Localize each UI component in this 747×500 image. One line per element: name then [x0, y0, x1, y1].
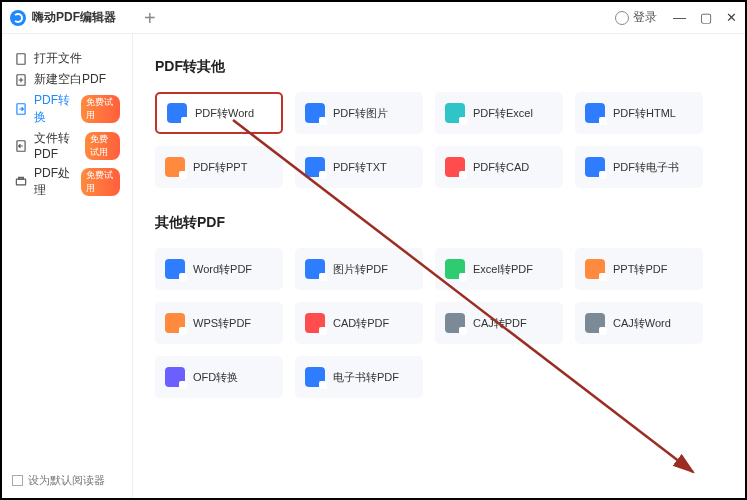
nav-label: 打开文件: [34, 50, 82, 67]
sidebar-item-0[interactable]: 打开文件: [10, 48, 124, 69]
tool-icon: [585, 259, 605, 279]
user-icon: [615, 11, 629, 25]
tool-label: CAD转PDF: [333, 316, 389, 331]
nav-label: 文件转PDF: [34, 130, 77, 161]
svg-rect-0: [17, 53, 25, 64]
tool-label: 电子书转PDF: [333, 370, 399, 385]
nav-icon: [14, 102, 28, 116]
tool-icon: [305, 103, 325, 123]
tool-icon: [165, 157, 185, 177]
tool-label: Excel转PDF: [473, 262, 533, 277]
tool-icon: [165, 259, 185, 279]
tool-label: CAJ转Word: [613, 316, 671, 331]
tool-label: 图片转PDF: [333, 262, 388, 277]
tool-icon: [305, 313, 325, 333]
titlebar: 嗨动PDF编辑器 + 登录 — ▢ ✕: [2, 2, 745, 34]
sidebar-item-3[interactable]: 文件转PDF免费试用: [10, 128, 124, 163]
tool-grid-0: PDF转WordPDF转图片PDF转ExcelPDF转HTMLPDF转PPTPD…: [155, 92, 723, 188]
tool-label: WPS转PDF: [193, 316, 251, 331]
tool-0-0[interactable]: PDF转Word: [155, 92, 283, 134]
app-title: 嗨动PDF编辑器: [32, 9, 116, 26]
tool-label: PDF转PPT: [193, 160, 247, 175]
tool-1-4[interactable]: WPS转PDF: [155, 302, 283, 344]
tool-icon: [167, 103, 187, 123]
tool-label: PDF转图片: [333, 106, 388, 121]
content-area: PDF转其他PDF转WordPDF转图片PDF转ExcelPDF转HTMLPDF…: [132, 34, 745, 498]
nav-label: PDF转换: [34, 92, 73, 126]
tool-icon: [585, 103, 605, 123]
nav-icon: [14, 52, 28, 66]
sidebar: 打开文件新建空白PDFPDF转换免费试用文件转PDF免费试用PDF处理免费试用 …: [2, 34, 132, 498]
tool-label: PDF转Excel: [473, 106, 533, 121]
tool-icon: [585, 313, 605, 333]
tool-icon: [165, 313, 185, 333]
tool-icon: [165, 367, 185, 387]
tool-1-5[interactable]: CAD转PDF: [295, 302, 423, 344]
login-label: 登录: [633, 9, 657, 26]
tool-icon: [445, 103, 465, 123]
minimize-button[interactable]: —: [673, 10, 686, 25]
tool-label: PDF转电子书: [613, 160, 679, 175]
tool-icon: [305, 367, 325, 387]
tool-label: PPT转PDF: [613, 262, 667, 277]
tool-1-7[interactable]: CAJ转Word: [575, 302, 703, 344]
tool-0-1[interactable]: PDF转图片: [295, 92, 423, 134]
svg-rect-5: [19, 177, 24, 179]
tool-icon: [445, 157, 465, 177]
close-button[interactable]: ✕: [726, 10, 737, 25]
tool-label: PDF转TXT: [333, 160, 387, 175]
nav-icon: [14, 73, 28, 87]
tool-0-3[interactable]: PDF转HTML: [575, 92, 703, 134]
tool-label: PDF转Word: [195, 106, 254, 121]
tool-icon: [305, 259, 325, 279]
tool-1-9[interactable]: 电子书转PDF: [295, 356, 423, 398]
checkbox-icon: [12, 475, 23, 486]
sidebar-item-4[interactable]: PDF处理免费试用: [10, 163, 124, 201]
tool-label: PDF转HTML: [613, 106, 676, 121]
tool-label: PDF转CAD: [473, 160, 529, 175]
maximize-button[interactable]: ▢: [700, 10, 712, 25]
svg-rect-4: [16, 179, 25, 185]
nav-icon: [14, 139, 28, 153]
tool-icon: [585, 157, 605, 177]
tool-label: OFD转换: [193, 370, 238, 385]
badge: 免费试用: [81, 168, 120, 196]
section-title-0: PDF转其他: [155, 58, 723, 76]
tool-1-8[interactable]: OFD转换: [155, 356, 283, 398]
login-button[interactable]: 登录: [615, 9, 657, 26]
tool-icon: [445, 259, 465, 279]
nav-icon: [14, 175, 28, 189]
sidebar-item-1[interactable]: 新建空白PDF: [10, 69, 124, 90]
tool-0-2[interactable]: PDF转Excel: [435, 92, 563, 134]
window-controls: — ▢ ✕: [673, 10, 737, 25]
tool-0-6[interactable]: PDF转CAD: [435, 146, 563, 188]
tool-0-5[interactable]: PDF转TXT: [295, 146, 423, 188]
app-logo-icon: [10, 10, 26, 26]
nav-label: PDF处理: [34, 165, 73, 199]
new-tab-button[interactable]: +: [144, 8, 156, 28]
tool-icon: [305, 157, 325, 177]
tool-grid-1: Word转PDF图片转PDFExcel转PDFPPT转PDFWPS转PDFCAD…: [155, 248, 723, 398]
tool-1-0[interactable]: Word转PDF: [155, 248, 283, 290]
tool-icon: [445, 313, 465, 333]
section-title-1: 其他转PDF: [155, 214, 723, 232]
tool-1-3[interactable]: PPT转PDF: [575, 248, 703, 290]
tool-label: Word转PDF: [193, 262, 252, 277]
main-area: 打开文件新建空白PDFPDF转换免费试用文件转PDF免费试用PDF处理免费试用 …: [2, 34, 745, 498]
badge: 免费试用: [81, 95, 120, 123]
tool-0-4[interactable]: PDF转PPT: [155, 146, 283, 188]
tool-1-1[interactable]: 图片转PDF: [295, 248, 423, 290]
tool-1-6[interactable]: CAJ转PDF: [435, 302, 563, 344]
default-reader-label: 设为默认阅读器: [28, 473, 105, 488]
badge: 免费试用: [85, 132, 121, 160]
tool-0-7[interactable]: PDF转电子书: [575, 146, 703, 188]
sidebar-item-2[interactable]: PDF转换免费试用: [10, 90, 124, 128]
tool-label: CAJ转PDF: [473, 316, 527, 331]
tool-1-2[interactable]: Excel转PDF: [435, 248, 563, 290]
nav-label: 新建空白PDF: [34, 71, 106, 88]
default-reader-checkbox[interactable]: 设为默认阅读器: [12, 473, 105, 488]
